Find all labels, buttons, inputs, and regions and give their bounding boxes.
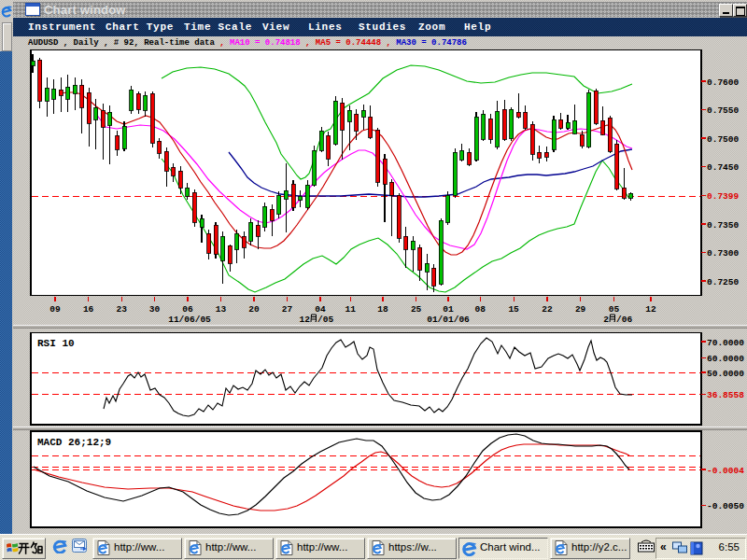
svg-text:50.0000: 50.0000	[707, 369, 744, 379]
svg-text:15: 15	[508, 304, 519, 315]
svg-text:29: 29	[575, 304, 586, 315]
svg-text:0.7350: 0.7350	[707, 220, 740, 231]
svg-text:0.7399: 0.7399	[707, 191, 740, 202]
svg-text:-0.0050: -0.0050	[707, 501, 744, 511]
svg-text:12: 12	[300, 315, 311, 325]
svg-text:0.7600: 0.7600	[707, 77, 740, 88]
svg-text:0.7500: 0.7500	[707, 134, 740, 145]
svg-text:MACD 26;12;9: MACD 26;12;9	[37, 437, 111, 448]
svg-text:22: 22	[542, 304, 553, 315]
svg-text:01: 01	[443, 304, 454, 315]
svg-text:18: 18	[377, 304, 388, 315]
svg-text:0.7550: 0.7550	[707, 105, 740, 116]
svg-text:11/06/05: 11/06/05	[168, 315, 211, 325]
svg-text:36.8558: 36.8558	[707, 390, 744, 400]
svg-text:30: 30	[149, 304, 161, 315]
svg-text:16: 16	[83, 304, 94, 315]
svg-text:04: 04	[315, 304, 326, 315]
svg-text:/06: /06	[616, 315, 632, 325]
svg-text:RSI 10: RSI 10	[37, 338, 75, 349]
svg-text:09: 09	[49, 304, 61, 315]
svg-text:23: 23	[116, 304, 127, 315]
svg-text:11: 11	[345, 304, 357, 315]
svg-text:13: 13	[216, 304, 227, 315]
svg-text:08: 08	[475, 304, 486, 315]
svg-text:0.7450: 0.7450	[707, 162, 740, 173]
svg-text:12: 12	[645, 304, 656, 315]
svg-text:2: 2	[603, 315, 609, 325]
svg-text:05: 05	[609, 304, 620, 315]
svg-text:70.0000: 70.0000	[707, 338, 744, 348]
svg-text:25: 25	[411, 304, 422, 315]
svg-text:0.7300: 0.7300	[707, 248, 740, 259]
svg-text:-0.0004: -0.0004	[707, 466, 744, 476]
svg-text:01/01/06: 01/01/06	[427, 315, 470, 325]
svg-text:60.0000: 60.0000	[707, 354, 744, 364]
svg-text:27: 27	[282, 304, 293, 315]
svg-text:/05: /05	[317, 315, 333, 325]
svg-text:0.7250: 0.7250	[707, 277, 740, 287]
svg-text:20: 20	[248, 304, 260, 315]
svg-text:06: 06	[182, 304, 193, 315]
